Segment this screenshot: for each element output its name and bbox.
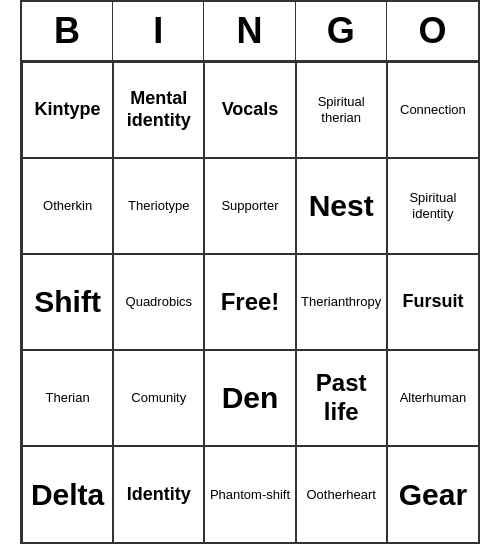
cell-label: Identity bbox=[127, 484, 191, 506]
cell-label: Therianthropy bbox=[301, 294, 381, 310]
bingo-grid: KintypeMental identityVocalsSpiritual th… bbox=[22, 62, 478, 542]
bingo-cell: Gear bbox=[387, 446, 478, 542]
bingo-cell: Nest bbox=[296, 158, 387, 254]
cell-label: Theriotype bbox=[128, 198, 189, 214]
bingo-cell: Therian bbox=[22, 350, 113, 446]
bingo-cell: Connection bbox=[387, 62, 478, 158]
bingo-cell: Past life bbox=[296, 350, 387, 446]
cell-label: Alterhuman bbox=[400, 390, 466, 406]
cell-label: Therian bbox=[46, 390, 90, 406]
cell-label: Fursuit bbox=[402, 291, 463, 313]
bingo-header: BINGO bbox=[22, 2, 478, 62]
cell-label: Nest bbox=[309, 188, 374, 224]
bingo-cell: Theriotype bbox=[113, 158, 204, 254]
bingo-cell: Supporter bbox=[204, 158, 295, 254]
bingo-cell: Kintype bbox=[22, 62, 113, 158]
bingo-cell: Comunity bbox=[113, 350, 204, 446]
bingo-cell: Ootherheart bbox=[296, 446, 387, 542]
header-letter: O bbox=[387, 2, 478, 60]
cell-label: Otherkin bbox=[43, 198, 92, 214]
bingo-card: BINGO KintypeMental identityVocalsSpirit… bbox=[20, 0, 480, 544]
cell-label: Past life bbox=[301, 369, 382, 427]
bingo-cell: Delta bbox=[22, 446, 113, 542]
bingo-cell: Phantom-shift bbox=[204, 446, 295, 542]
cell-label: Quadrobics bbox=[126, 294, 192, 310]
bingo-cell: Shift bbox=[22, 254, 113, 350]
header-letter: N bbox=[204, 2, 295, 60]
bingo-cell: Spiritual therian bbox=[296, 62, 387, 158]
cell-label: Free! bbox=[221, 288, 280, 317]
bingo-cell: Den bbox=[204, 350, 295, 446]
cell-label: Spiritual therian bbox=[301, 94, 382, 125]
bingo-cell: Spiritual identity bbox=[387, 158, 478, 254]
cell-label: Mental identity bbox=[118, 88, 199, 131]
bingo-cell: Therianthropy bbox=[296, 254, 387, 350]
cell-label: Supporter bbox=[221, 198, 278, 214]
bingo-cell: Fursuit bbox=[387, 254, 478, 350]
cell-label: Den bbox=[222, 380, 279, 416]
cell-label: Gear bbox=[399, 477, 467, 513]
cell-label: Kintype bbox=[35, 99, 101, 121]
bingo-cell: Identity bbox=[113, 446, 204, 542]
header-letter: G bbox=[296, 2, 387, 60]
bingo-cell: Vocals bbox=[204, 62, 295, 158]
cell-label: Connection bbox=[400, 102, 466, 118]
bingo-cell: Mental identity bbox=[113, 62, 204, 158]
cell-label: Comunity bbox=[131, 390, 186, 406]
bingo-cell: Alterhuman bbox=[387, 350, 478, 446]
cell-label: Vocals bbox=[222, 99, 279, 121]
bingo-cell: Otherkin bbox=[22, 158, 113, 254]
header-letter: I bbox=[113, 2, 204, 60]
cell-label: Delta bbox=[31, 477, 104, 513]
header-letter: B bbox=[22, 2, 113, 60]
bingo-cell: Free! bbox=[204, 254, 295, 350]
cell-label: Phantom-shift bbox=[210, 487, 290, 503]
cell-label: Ootherheart bbox=[307, 487, 376, 503]
bingo-cell: Quadrobics bbox=[113, 254, 204, 350]
cell-label: Shift bbox=[34, 284, 101, 320]
cell-label: Spiritual identity bbox=[392, 190, 474, 221]
